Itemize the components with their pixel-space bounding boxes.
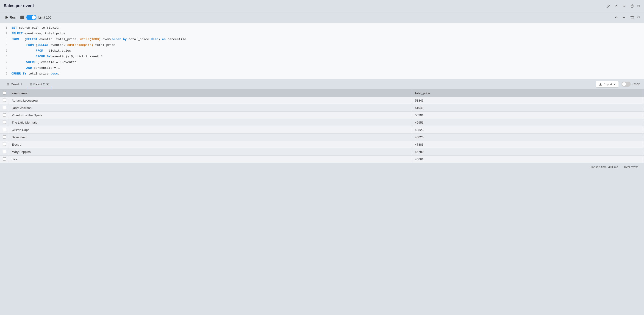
svg-rect-0 (631, 5, 633, 7)
line-number: 4 (0, 43, 12, 48)
edit-button[interactable] (605, 3, 612, 9)
code-editor[interactable]: 1SET search_path to tickit;2SELECT event… (0, 23, 644, 79)
status-bar: Elapsed time: 401 ms Total rows: 9 (0, 163, 644, 171)
tab-result2-label: Result 2 (9) (34, 82, 50, 86)
table-row[interactable]: The Little Mermaid49956 (0, 119, 644, 126)
row-checkbox[interactable] (3, 128, 6, 131)
line-number: 8 (0, 66, 12, 70)
header-eventname[interactable]: eventname (9, 90, 412, 97)
results-table: eventname total_price Adriana Lecouvreur… (0, 90, 644, 163)
code-token: eventid, (48, 43, 67, 47)
code-token: eventid)) Q, tickit.event E (50, 55, 102, 58)
row-checkbox-cell (0, 119, 9, 126)
row-checkbox[interactable] (3, 157, 6, 160)
cell-eventname: Live (9, 156, 412, 163)
header-total-price[interactable]: total_price (412, 90, 644, 97)
cell-eventname: Phantom of the Opera (9, 112, 412, 119)
table-icon-result1: ⊞ (7, 82, 10, 86)
code-line: 6 GROUP BY eventid)) Q, tickit.event E (0, 54, 644, 60)
row-checkbox[interactable] (3, 98, 6, 102)
header-checkbox-cell (0, 90, 9, 97)
line-number: 5 (0, 48, 12, 54)
row-checkbox[interactable] (3, 113, 6, 116)
toolbar-move-down-button[interactable] (621, 15, 627, 20)
title-bar-left: Sales per event (4, 4, 34, 8)
toolbar-chevron-down-icon (622, 16, 626, 19)
tab-result2[interactable]: ⊞ Result 2 (9) (26, 81, 53, 88)
chart-toggle-slider (622, 82, 631, 87)
table-row[interactable]: Janet Jackson51049 (0, 104, 644, 112)
limit-toggle[interactable] (26, 15, 36, 20)
table-row[interactable]: Mary Poppins46780 (0, 148, 644, 156)
chevron-up-icon (615, 4, 618, 8)
table-row[interactable]: Electra47883 (0, 141, 644, 148)
limit-label: Limit 100 (38, 16, 51, 19)
row-checkbox[interactable] (3, 106, 6, 109)
toolbar-trash-icon (630, 16, 634, 19)
code-token: search_path to tickit; (17, 26, 60, 30)
delete-title-button[interactable] (629, 3, 635, 9)
line-content: FROM tickit.sales (12, 48, 644, 54)
line-content: SELECT eventname, total_price (12, 31, 644, 36)
code-token: total_price (126, 38, 151, 41)
results-tabs-bar: ⊞ Result 1 ⊞ Result 2 (9) Export (0, 79, 644, 90)
toolbar-delete-button[interactable] (629, 15, 635, 20)
chart-toggle-switch[interactable] (622, 82, 631, 87)
cell-eventname: The Little Mermaid (9, 119, 412, 126)
table-body: Adriana Lecouvreur51846Janet Jackson5104… (0, 97, 644, 163)
row-checkbox[interactable] (3, 120, 6, 124)
move-up-button[interactable] (613, 4, 619, 8)
results-actions: Export Chart (596, 81, 640, 88)
stop-button[interactable] (20, 16, 24, 19)
code-line: 1SET search_path to tickit; (0, 25, 644, 31)
svg-rect-3 (631, 17, 633, 19)
table-row[interactable]: Sevendust48020 (0, 134, 644, 141)
trash-icon (630, 4, 634, 8)
run-button[interactable]: Run (4, 14, 18, 20)
chart-toggle-container: Chart (622, 82, 640, 87)
table-row[interactable]: Adriana Lecouvreur51846 (0, 97, 644, 104)
row-checkbox[interactable] (3, 142, 6, 146)
toolbar-right: #2 (613, 15, 640, 20)
code-token: eventid, total_price, (38, 38, 80, 41)
cell-eventname: Janet Jackson (9, 104, 412, 112)
row-checkbox[interactable] (3, 150, 6, 153)
code-token: eventname, total_price (23, 32, 65, 35)
table-row[interactable]: Live46661 (0, 156, 644, 163)
table-row[interactable]: Citizen Cope49823 (0, 126, 644, 134)
panel-num-title: #1 (637, 4, 640, 8)
code-token (12, 43, 26, 47)
cell-eventname: Mary Poppins (9, 148, 412, 156)
cell-total-price: 51846 (412, 97, 644, 104)
row-checkbox[interactable] (3, 135, 6, 138)
cell-total-price: 51049 (412, 104, 644, 112)
code-token: GROUP BY (36, 55, 50, 58)
row-checkbox-cell (0, 97, 9, 104)
chart-label: Chart (632, 82, 640, 86)
run-icon (6, 16, 8, 19)
code-token: percentile = 1 (32, 66, 60, 70)
code-token: ORDER BY (12, 72, 26, 76)
tab-result1[interactable]: ⊞ Result 1 (4, 81, 26, 88)
toggle-slider (26, 15, 36, 20)
title-bar-right: #1 (605, 3, 640, 9)
code-token: tickit.sales (43, 49, 71, 52)
cell-total-price: 46780 (412, 148, 644, 156)
toolbar-move-up-button[interactable] (613, 15, 619, 20)
cell-eventname: Citizen Cope (9, 126, 412, 134)
row-checkbox-cell (0, 126, 9, 134)
move-down-button[interactable] (621, 4, 627, 8)
line-number: 3 (0, 37, 12, 42)
code-token: SET (12, 26, 17, 30)
code-token (12, 66, 26, 70)
code-line: 3FROM (SELECT eventid, total_price, ntil… (0, 37, 644, 42)
code-line: 8 AND percentile = 1 (0, 65, 644, 71)
limit-toggle-container: Limit 100 (26, 15, 51, 20)
export-icon (599, 82, 602, 86)
line-content: FROM (SELECT eventid, sum(pricepaid) tot… (12, 43, 644, 48)
export-dropdown-icon (614, 83, 616, 85)
select-all-checkbox[interactable] (3, 91, 6, 94)
data-table-container[interactable]: eventname total_price Adriana Lecouvreur… (0, 90, 644, 163)
table-row[interactable]: Phantom of the Opera50301 (0, 112, 644, 119)
export-button[interactable]: Export (596, 81, 619, 88)
